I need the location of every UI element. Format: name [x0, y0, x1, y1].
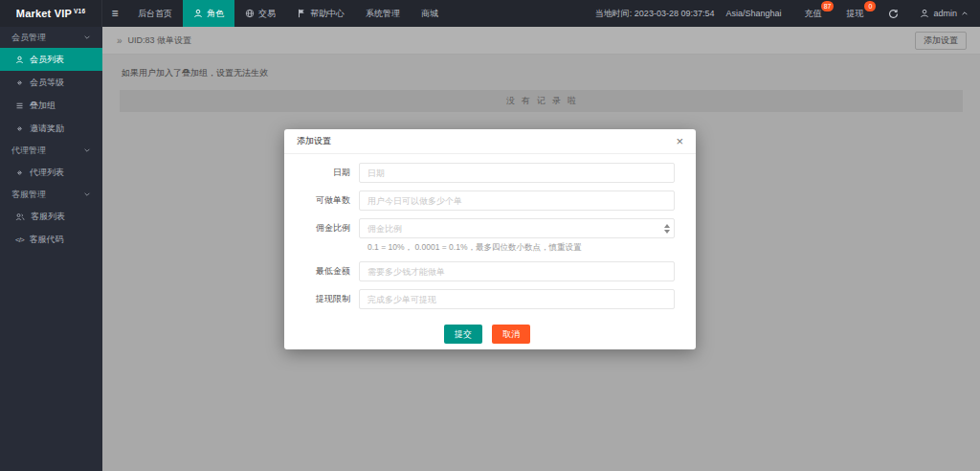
list-icon: [15, 101, 24, 110]
withdraw-limit-input[interactable]: [359, 289, 675, 309]
modal-actions: 提交 取消: [300, 325, 675, 344]
date-input[interactable]: [359, 163, 675, 183]
flag-icon: [297, 9, 306, 18]
app-logo: Market VIPV16: [0, 0, 102, 27]
date-label: 日期: [300, 167, 359, 179]
withdraw-limit-label: 提现限制: [300, 293, 359, 305]
field-row-withdraw-limit: 提现限制: [300, 289, 675, 309]
username: admin: [933, 9, 957, 18]
sidebar: 会员管理 会员列表 会员等级 叠加组 邀请奖励 代理管理 代理列表 客服管理 客…: [0, 27, 102, 471]
nav-item-mall[interactable]: 商城: [411, 0, 449, 27]
chevron-down-icon: [83, 34, 91, 41]
sidebar-item-member-list[interactable]: 会员列表: [0, 48, 102, 71]
nav-item-system[interactable]: 系统管理: [355, 0, 411, 27]
link-icon: [15, 124, 24, 133]
globe-icon: [245, 9, 255, 18]
sidebar-group-member-mgmt[interactable]: 会员管理: [0, 27, 102, 48]
nav-item-label: 系统管理: [366, 8, 400, 20]
top-navbar: Market VIPV16 ≡ 后台首页 角色 交易 帮助中心 系统管理 商城 …: [0, 0, 980, 27]
timezone: Asia/Shanghai: [725, 9, 781, 18]
user-menu[interactable]: admin: [920, 9, 969, 18]
link-icon: [15, 168, 24, 177]
sidebar-group-service-mgmt[interactable]: 客服管理: [0, 184, 102, 205]
recharge-badge: 87: [821, 1, 835, 11]
recharge-link[interactable]: 充值 87: [804, 8, 821, 20]
nav-item-label: 角色: [207, 8, 224, 20]
hamburger-icon[interactable]: ≡: [102, 0, 127, 27]
order-count-label: 可做单数: [300, 194, 359, 207]
close-icon[interactable]: ×: [676, 135, 683, 147]
nav-item-role[interactable]: 角色: [183, 0, 234, 27]
order-count-input[interactable]: [359, 191, 675, 211]
person-icon: [193, 9, 203, 18]
nav-item-label: 商城: [421, 8, 438, 20]
person-icon: [15, 56, 24, 64]
sidebar-item-service-list[interactable]: 客服列表: [0, 205, 102, 228]
min-amount-label: 最低金额: [300, 265, 359, 278]
code-icon: </>: [15, 236, 24, 244]
field-row-date: 日期: [300, 163, 675, 183]
sidebar-item-member-level[interactable]: 会员等级: [0, 71, 102, 94]
sidebar-group-agent-mgmt[interactable]: 代理管理: [0, 140, 102, 161]
navbar-right: 当地时间: 2023-03-28 09:37:54 Asia/Shanghai …: [595, 0, 980, 27]
chevron-down-icon: [83, 146, 91, 154]
withdraw-label: 提现: [846, 9, 863, 18]
app-version: V16: [74, 8, 85, 14]
commission-input[interactable]: [359, 218, 675, 238]
recharge-label: 充值: [804, 9, 821, 18]
sidebar-item-service-code[interactable]: </> 客服代码: [0, 228, 102, 251]
users-icon: [15, 213, 25, 221]
sidebar-item-label: 客服代码: [30, 234, 64, 246]
refresh-icon[interactable]: [888, 9, 899, 19]
commission-label: 佣金比例: [300, 222, 359, 235]
group-label: 代理管理: [11, 145, 46, 157]
nav-item-home[interactable]: 后台首页: [127, 0, 183, 27]
field-row-order-count: 可做单数: [300, 191, 675, 211]
field-row-min-amount: 最低金额: [300, 261, 675, 281]
main-nav: 后台首页 角色 交易 帮助中心 系统管理 商城: [127, 0, 449, 27]
sidebar-item-label: 代理列表: [30, 167, 64, 179]
sidebar-item-invite-reward[interactable]: 邀请奖励: [0, 117, 102, 140]
add-settings-modal: 添加设置 × 日期 可做单数 佣金比例 0.1 = 10%， 0.0001 = …: [284, 129, 696, 349]
number-spinner[interactable]: [660, 219, 674, 237]
nav-item-label: 帮助中心: [310, 8, 345, 20]
link-icon: [15, 78, 24, 87]
nav-item-help-center[interactable]: 帮助中心: [286, 0, 355, 27]
local-time: 当地时间: 2023-03-28 09:37:54: [595, 8, 715, 20]
commission-help-text: 0.1 = 10%， 0.0001 = 0.1%，最多四位数小数点，慎重设置: [368, 242, 675, 254]
user-icon: [920, 9, 929, 18]
min-amount-input[interactable]: [359, 261, 675, 281]
commission-number-field: [359, 218, 675, 238]
sidebar-item-label: 客服列表: [31, 211, 65, 223]
app-title: Market VIP: [16, 8, 72, 19]
chevron-down-icon: [83, 191, 91, 198]
cancel-button[interactable]: 取消: [492, 325, 530, 344]
submit-button[interactable]: 提交: [444, 325, 482, 344]
sidebar-item-label: 会员等级: [30, 77, 64, 89]
group-label: 客服管理: [11, 189, 46, 201]
modal-header: 添加设置 ×: [284, 129, 696, 154]
sidebar-item-label: 叠加组: [30, 100, 56, 112]
withdraw-link[interactable]: 提现 0: [846, 8, 863, 20]
nav-item-trade[interactable]: 交易: [234, 0, 286, 27]
group-label: 会员管理: [11, 32, 46, 44]
sidebar-item-label: 邀请奖励: [30, 123, 64, 135]
chevron-up-icon: [961, 10, 969, 17]
nav-item-label: 交易: [258, 8, 276, 20]
sidebar-item-overlay-group[interactable]: 叠加组: [0, 94, 102, 117]
sidebar-item-agent-list[interactable]: 代理列表: [0, 161, 102, 184]
field-row-commission: 佣金比例: [300, 218, 675, 238]
modal-title: 添加设置: [297, 135, 331, 147]
modal-body: 日期 可做单数 佣金比例 0.1 = 10%， 0.0001 = 0.1%，最多…: [284, 154, 696, 344]
withdraw-badge: 0: [864, 1, 876, 11]
sidebar-item-label: 会员列表: [30, 54, 64, 66]
nav-item-label: 后台首页: [138, 8, 172, 20]
